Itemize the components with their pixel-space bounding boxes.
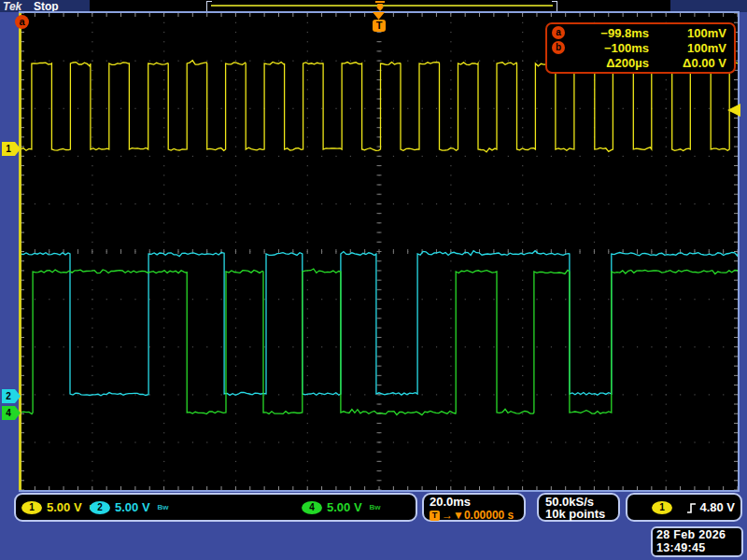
cursor-b-time: −100ms (574, 41, 649, 55)
cursor-b-voltage: 100mV (649, 41, 726, 55)
trigger-level: 4.80 V (699, 500, 735, 514)
cursor-b-readout-badge: b (552, 41, 565, 54)
waveform-ch2 (21, 251, 738, 396)
waveform-display (21, 13, 738, 490)
trigger-source-badge: 1 (652, 501, 672, 514)
time-display: 13:49:45 (656, 542, 741, 555)
channel2-marker-label: 2 (2, 389, 15, 403)
oscilloscope-screen: Tek Stop a T 1 2 4 a −99.8ms 100mV b −10… (0, 0, 747, 560)
channel2-scale-readout[interactable]: 2 5.00 V Bᴡ (90, 495, 169, 520)
trigger-position-badge[interactable]: T (373, 20, 386, 32)
graticule (19, 11, 740, 492)
channel2-position-marker[interactable]: 2 (2, 389, 21, 403)
channel4-scale-readout[interactable]: 4 5.00 V Bᴡ (302, 495, 381, 520)
acquisition-box[interactable]: 50.0kS/s 10k points (537, 493, 620, 522)
channel4-badge: 4 (302, 501, 322, 514)
trigger-arrow-icon (376, 4, 384, 11)
trigger-box[interactable]: 1 4.80 V (626, 493, 742, 522)
cursor-a-readout-badge: a (552, 26, 565, 39)
waveform-ch1 (21, 61, 738, 152)
datetime-box: 28 Feb 2026 13:49:45 (651, 526, 743, 557)
channel4-bandwidth-icon: Bᴡ (370, 503, 381, 511)
record-length: 10k points (545, 508, 618, 520)
trigger-bar-icon (375, 1, 385, 3)
channel2-badge: 2 (90, 501, 110, 514)
cursor-delta-voltage: Δ0.00 V (649, 56, 726, 70)
rising-edge-icon (685, 501, 698, 514)
overview-trigger-position-icon[interactable] (375, 1, 385, 11)
timebase-scale: 20.0ms (430, 496, 524, 508)
channel4-marker-label: 4 (2, 406, 15, 420)
cursor-a-time: −99.8ms (574, 26, 649, 40)
cursor-a-badge[interactable]: a (15, 15, 29, 29)
channel1-badge: 1 (21, 501, 42, 514)
channel4-scale: 5.00 V (327, 500, 362, 514)
channel2-bandwidth-icon: Bᴡ (158, 503, 169, 511)
timebase-box[interactable]: 20.0ms T →▼0.00000 s (422, 493, 526, 522)
horizontal-delay: →▼0.00000 s (442, 509, 514, 522)
channel4-position-marker[interactable]: 4 (2, 406, 21, 420)
cursor-delta-time: Δ200µs (574, 56, 649, 70)
channel-scales-box: 1 5.00 V Bᴡ 2 5.00 V Bᴡ 4 5.00 V Bᴡ (14, 493, 417, 522)
date-display: 28 Feb 2026 (656, 529, 741, 542)
cursor-readout-box: a −99.8ms 100mV b −100ms 100mV Δ200µs Δ0… (545, 22, 736, 74)
channel1-scale-readout[interactable]: 1 5.00 V Bᴡ (21, 495, 101, 520)
channel2-scale: 5.00 V (115, 500, 150, 514)
trigger-t-icon: T (430, 511, 440, 521)
channel1-position-marker[interactable]: 1 (2, 142, 21, 156)
cursor-a-voltage: 100mV (649, 26, 726, 40)
cursor-a-line[interactable] (19, 13, 21, 490)
channel1-marker-label: 1 (2, 142, 15, 156)
channel1-scale: 5.00 V (47, 500, 82, 514)
